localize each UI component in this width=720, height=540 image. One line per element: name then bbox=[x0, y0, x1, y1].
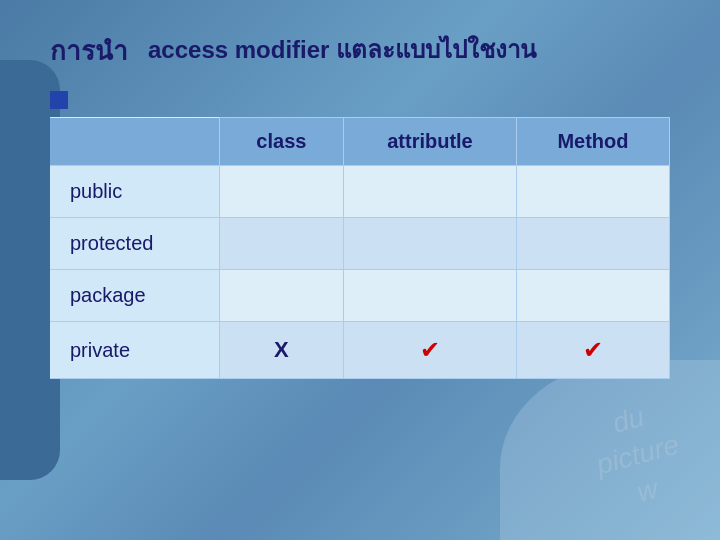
table-row: protected bbox=[50, 218, 670, 270]
row-label-private: private bbox=[50, 322, 219, 379]
header-empty bbox=[50, 118, 219, 166]
table-row: package bbox=[50, 270, 670, 322]
access-modifier-table: class attributle Method public protected bbox=[50, 117, 670, 379]
row-protected-class bbox=[219, 218, 343, 270]
row-private-attributle: ✔ bbox=[344, 322, 517, 379]
row-public-method bbox=[516, 166, 669, 218]
x-mark-icon: X bbox=[274, 337, 289, 362]
check-mark-icon: ✔ bbox=[420, 336, 440, 363]
row-public-attributle bbox=[344, 166, 517, 218]
row-private-method: ✔ bbox=[516, 322, 669, 379]
decorative-blue-square bbox=[50, 91, 68, 109]
row-private-class: X bbox=[219, 322, 343, 379]
row-public-class bbox=[219, 166, 343, 218]
row-package-attributle bbox=[344, 270, 517, 322]
page-title: การนำ access modifier แตละแบบไปใชงาน bbox=[50, 30, 670, 71]
row-label-protected: protected bbox=[50, 218, 219, 270]
table-wrapper: class attributle Method public protected bbox=[50, 117, 670, 379]
table-row: public bbox=[50, 166, 670, 218]
header-attributle: attributle bbox=[344, 118, 517, 166]
title-thai: การนำ bbox=[50, 30, 128, 71]
row-label-public: public bbox=[50, 166, 219, 218]
header-method: Method bbox=[516, 118, 669, 166]
table-row: private X ✔ ✔ bbox=[50, 322, 670, 379]
table-header-row: class attributle Method bbox=[50, 118, 670, 166]
header-class: class bbox=[219, 118, 343, 166]
title-english: access modifier แตละแบบไปใชงาน bbox=[148, 30, 536, 71]
row-protected-method bbox=[516, 218, 669, 270]
row-package-method bbox=[516, 270, 669, 322]
row-package-class bbox=[219, 270, 343, 322]
check-mark-icon-2: ✔ bbox=[583, 336, 603, 363]
main-content: การนำ access modifier แตละแบบไปใชงาน cla… bbox=[0, 0, 720, 399]
row-label-package: package bbox=[50, 270, 219, 322]
row-protected-attributle bbox=[344, 218, 517, 270]
